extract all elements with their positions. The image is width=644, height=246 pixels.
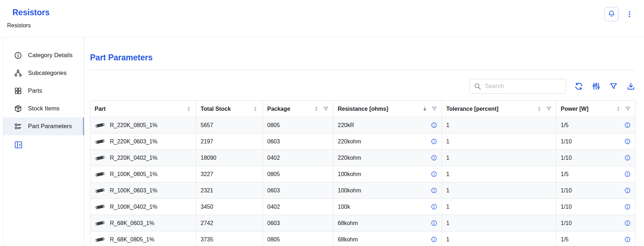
sort-icon[interactable] [536,106,542,112]
part-cell: R_220K_0603_1% [90,133,196,150]
power-value: 1/10 [561,138,572,145]
info-icon[interactable] [431,138,437,145]
resistance-cell: 100k [334,199,442,215]
power-cell: 1/10 [556,199,635,215]
resistor-chip-icon [95,236,105,242]
resistor-chip-icon [95,138,105,144]
table-row[interactable]: R_68K_0603_1%2742060368kohm11/10 [90,215,635,231]
column-filter-icon[interactable] [546,106,552,112]
total-stock-cell: 3227 [196,166,263,182]
table-row[interactable]: R_100K_0402_1%34500402100k11/10 [90,199,635,215]
table-row[interactable]: R_220K_0603_1%21970603220kohm11/10 [90,133,635,150]
column-filter-icon[interactable] [431,106,437,112]
part-name: R_220K_0603_1% [110,138,157,145]
sidebar-item-label: Part Parameters [28,123,72,130]
sidebar-item-stock-items[interactable]: Stock Items [3,100,84,117]
sidebar-item-part-parameters[interactable]: Part Parameters [3,117,84,135]
sort-icon[interactable] [313,106,319,112]
sort-icon[interactable] [615,106,621,112]
table-row[interactable]: R_68K_0805_1%3735080568kohm11/5 [90,231,635,246]
table-row[interactable]: R_220K_0805_1%56570805220kR11/5 [90,117,635,133]
info-icon[interactable] [624,203,631,210]
column-header[interactable]: Tolerance [percent] [442,101,556,117]
info-icon[interactable] [624,154,631,161]
info-icon[interactable] [624,187,631,194]
part-cell: R_100K_0603_1% [90,182,196,199]
power-value: 1/5 [561,171,569,177]
kebab-menu-icon [626,10,633,18]
page-title: Resistors [12,8,50,17]
sort-icon[interactable] [252,106,258,112]
download-button[interactable] [626,82,635,91]
power-cell: 1/10 [556,150,635,166]
section-divider [90,70,635,70]
part-cell: R_100K_0402_1% [90,199,196,215]
resistor-chip-icon [95,155,105,161]
table-body: R_220K_0805_1%56570805220kR11/5R_220K_06… [90,117,635,246]
info-icon[interactable] [431,203,437,210]
column-filter-icon[interactable] [323,106,329,112]
table-row[interactable]: R_100K_0805_1%32270805100kohm11/5 [90,166,635,182]
column-header[interactable]: Part [90,101,196,117]
column-header[interactable]: Package [263,101,334,117]
total-stock-cell: 2321 [196,182,263,199]
column-filter-icon[interactable] [625,106,631,112]
tolerance-cell: 1 [442,117,556,133]
tolerance-cell: 1 [442,166,556,182]
sidebar-item-parts[interactable]: Parts [3,82,84,100]
info-icon [14,51,22,60]
resistor-chip-icon [95,187,105,193]
package-cell: 0603 [263,133,334,150]
resistor-chip-icon [95,171,105,177]
info-icon[interactable] [431,154,437,161]
resistance-cell: 68kohm [334,231,442,246]
sidebar-item-label: Subcategories [28,70,67,77]
info-icon[interactable] [431,171,437,177]
part-name: R_68K_0603_1% [110,220,154,226]
sidebar-item-subcategories[interactable]: Subcategories [3,64,84,82]
kebab-menu-button[interactable] [624,9,635,20]
breadcrumb[interactable]: Resistors [7,22,50,29]
tolerance-cell: 1 [442,182,556,199]
column-label: Part [95,106,106,112]
column-label: Power [W] [561,106,588,112]
search-box [470,79,566,94]
column-header[interactable]: Power [W] [556,101,635,117]
table-row[interactable]: R_100K_0603_1%23210603100kohm11/10 [90,182,635,199]
info-icon[interactable] [624,236,631,243]
part-name: R_220K_0402_1% [110,155,157,161]
resistance-value: 220kR [338,122,354,129]
section-title: Part Parameters [90,53,635,62]
power-value: 1/5 [561,236,569,243]
info-icon[interactable] [431,220,437,226]
notifications-button[interactable] [604,7,618,21]
info-icon[interactable] [624,171,631,177]
resistor-chip-icon [95,122,105,128]
filter-button[interactable] [609,82,618,91]
adjustments-icon [592,82,601,91]
info-icon[interactable] [624,138,631,145]
info-icon[interactable] [624,122,631,129]
info-icon[interactable] [431,122,437,129]
collapse-sidebar-button[interactable] [14,140,23,149]
total-stock-cell: 3735 [196,231,263,246]
power-cell: 1/10 [556,215,635,231]
sort-desc-icon[interactable] [422,106,428,112]
table-row[interactable]: R_220K_0402_1%180900402220kohm11/10 [90,150,635,166]
column-header[interactable]: Total Stock [196,101,263,117]
sidebar-item-category-details[interactable]: Category Details [3,47,84,64]
info-icon[interactable] [624,220,631,226]
info-icon[interactable] [431,236,437,243]
resistor-chip-icon [95,204,105,210]
total-stock-cell: 5657 [196,117,263,133]
info-icon[interactable] [431,187,437,194]
column-settings-button[interactable] [592,82,601,91]
power-cell: 1/10 [556,182,635,199]
part-name: R_100K_0402_1% [110,204,157,210]
total-stock-cell: 2742 [196,215,263,231]
power-value: 1/10 [561,204,572,210]
column-header[interactable]: Resistance [ohms] [334,101,442,117]
sort-icon[interactable] [186,106,192,112]
refresh-button[interactable] [574,82,583,91]
search-input[interactable] [470,79,566,94]
